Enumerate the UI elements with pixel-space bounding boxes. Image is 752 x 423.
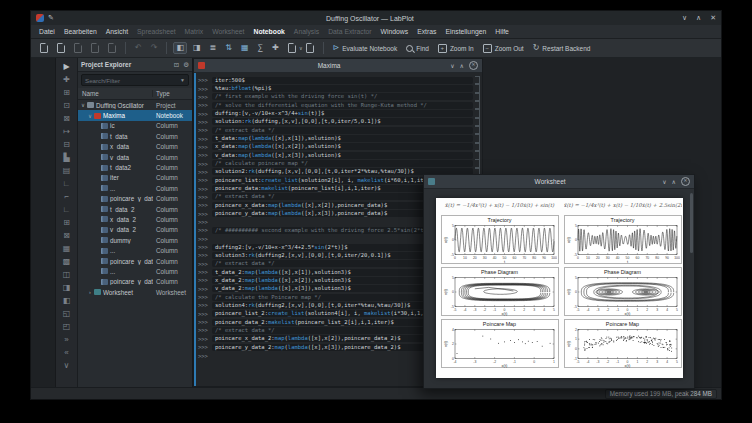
new-project-button[interactable] [37, 41, 51, 55]
tree-item--[interactable]: ...Column [78, 245, 192, 255]
cell-code[interactable]: %tau:bfloat(%pi)$ [212, 85, 473, 92]
notebook-document-dropdown[interactable]: ∨ [285, 41, 317, 55]
insert-text-entry-button[interactable]: ≣ [207, 42, 220, 54]
expander-icon[interactable]: ∨ [80, 102, 86, 108]
add-plot-icon[interactable]: ▙ [59, 151, 74, 163]
axis-bottom-left-icon[interactable]: ∟ [59, 177, 74, 189]
expander-icon[interactable]: ∨ [87, 113, 93, 119]
notebook-cell[interactable]: >>>/* solve the differential equation wi… [198, 101, 480, 109]
add-four-axes-icon[interactable]: ⊞ [59, 216, 74, 228]
toggle-properties-explorer-button[interactable]: ◨ [190, 42, 204, 54]
worksheet-minimize-button[interactable]: ∨ [662, 178, 666, 185]
notebook-cell[interactable]: >>>%tau:bfloat(%pi)$ [198, 84, 480, 92]
subwindow-maximize-button[interactable]: ∧ [460, 62, 464, 69]
maxima-window-titlebar[interactable]: Maxima ∨ ∧ ✕ [194, 59, 482, 73]
tree-item-poincare-y-data2[interactable]: poincare_y_data2Column [78, 194, 192, 204]
cell-code[interactable]: /* solve the differential equation with … [212, 102, 473, 109]
search-filter-input[interactable]: Search/Filter ▼ [81, 74, 189, 86]
menu-notebook[interactable]: Notebook [250, 27, 289, 36]
notebook-cell[interactable]: >>>v_data:map(lambda([x],x[3]),solution)… [198, 151, 480, 159]
add-dense-grid-icon[interactable]: ▩ [59, 255, 74, 267]
menu-bearbeiten[interactable]: Bearbeiten [60, 27, 101, 36]
worksheet-close-button[interactable]: ✕ [681, 177, 690, 186]
pointer-tool-icon[interactable]: ▶ [59, 60, 74, 72]
cell-code[interactable]: solution:rk(duffing,[x,v],[0,0],[t,0,ite… [212, 118, 473, 125]
zoom-y-select-tool-icon[interactable]: ⊠ [59, 112, 74, 124]
tree-item-dummy[interactable]: dummyColumn [78, 235, 192, 245]
notebook-cell[interactable]: >>>x_data:map(lambda([x],x[2]),solution)… [198, 143, 480, 151]
insert-latex-entry-button[interactable]: ∑ [255, 42, 267, 54]
cell-code[interactable]: /* calculate poincare map */ [212, 160, 473, 167]
zoom-in-button[interactable]: +Zoom In [435, 42, 477, 55]
project-explorer-header[interactable]: Project Explorer ⊡⚙ [78, 58, 192, 72]
menu-hilfe[interactable]: Hilfe [491, 27, 513, 36]
add-box-plot-icon[interactable]: ⊠ [59, 229, 74, 241]
evaluate-notebook-button[interactable]: ⊳Evaluate Notebook [330, 42, 401, 54]
select-region-tool-icon[interactable]: ⊟ [59, 138, 74, 150]
zoom-x-select-tool-icon[interactable]: ⊡ [59, 99, 74, 111]
tree-item-t-data2[interactable]: t_data2Column [78, 162, 192, 172]
menu-extras[interactable]: Extras [413, 27, 440, 36]
layout-left-icon[interactable]: ◧ [59, 294, 74, 306]
menu-windows[interactable]: Windows [377, 27, 413, 36]
insert-command-entry-button[interactable]: ⇅ [222, 42, 235, 54]
collapse-icon[interactable]: ∨ [59, 359, 74, 371]
tree-item-t-data-2[interactable]: t_data_2Column [78, 204, 192, 214]
navigate-tool-icon[interactable]: ✚ [59, 73, 74, 85]
axis-all-icon[interactable]: ∟ [59, 203, 74, 215]
menu-einstellungen[interactable]: Einstellungen [441, 27, 490, 36]
close-button[interactable]: ✕ [710, 14, 716, 22]
cell-code[interactable]: iter:500$ [212, 77, 473, 84]
float-panel-icon[interactable]: ⊡ [174, 61, 179, 68]
cell-code[interactable]: /* extract data */ [212, 127, 473, 134]
tree-item-maxima[interactable]: ∨MaximaNotebook [78, 110, 192, 120]
notebook-cell[interactable]: >>>/* calculate poincare map */ [198, 159, 480, 167]
insert-image-entry-button[interactable]: ✚ [269, 42, 282, 54]
subwindow-minimize-button[interactable]: ∨ [450, 62, 454, 69]
insert-markdown-entry-button[interactable]: ▦ [238, 42, 252, 54]
tree-item-v-data-2[interactable]: v_data_2Column [78, 225, 192, 235]
tree-item--[interactable]: ...Column [78, 266, 192, 276]
zoom-out-button[interactable]: −Zoom Out [480, 42, 527, 55]
tree-item-iter[interactable]: iterColumn [78, 173, 192, 183]
notebook-cell[interactable]: >>>t_data:map(lambda([x],x[1]),solution)… [198, 134, 480, 142]
minimize-button[interactable]: ∨ [682, 14, 687, 22]
split-horizontal-icon[interactable]: ◨ [59, 281, 74, 293]
panel-settings-icon[interactable]: ⚙ [183, 61, 189, 68]
notebook-cell[interactable]: >>>/* first example with the driving for… [198, 93, 480, 101]
column-header-type[interactable]: Type [153, 90, 192, 97]
split-vertical-icon[interactable]: ◫ [59, 268, 74, 280]
find-button[interactable]: Find [403, 43, 432, 54]
toggle-project-explorer-button[interactable]: ◧ [173, 42, 187, 54]
shift-view-tool-icon[interactable]: ↦ [59, 125, 74, 137]
tree-item-ic[interactable]: icColumn [78, 121, 192, 131]
maximize-button[interactable]: ∧ [696, 14, 701, 22]
cell-code[interactable]: duffing:[v,-v/10+x-x^3/4+sin(t)]$ [212, 110, 473, 117]
notebook-cell[interactable]: >>>/* extract data */ [198, 126, 480, 134]
cell-code[interactable]: t_data:map(lambda([x],x[1]),solution)$ [212, 135, 473, 142]
menu-datei[interactable]: Datei [35, 27, 59, 36]
restart-backend-button[interactable]: ↻Restart Backend [530, 42, 594, 54]
expander-icon[interactable]: › [87, 289, 93, 295]
tree-item-x-data-2[interactable]: x_data_2Column [78, 214, 192, 224]
tree-item--[interactable]: ...Column [78, 183, 192, 193]
tree-item-v-data[interactable]: v_dataColumn [78, 152, 192, 162]
back-icon[interactable]: « [59, 346, 74, 358]
worksheet-scrollbar[interactable] [690, 193, 693, 253]
worksheet-maximize-button[interactable]: ∧ [672, 178, 676, 185]
notebook-cell[interactable]: >>>duffing:[v,-v/10+x-x^3/4+sin(t)]$ [198, 109, 480, 117]
tree-item-duffing-oscillator[interactable]: ∨Duffing OscillatorProject [78, 100, 192, 110]
open-project-button[interactable] [54, 41, 68, 55]
tree-item-t-data[interactable]: t_dataColumn [78, 131, 192, 141]
tree-item-poincare-y-data-2[interactable]: poincare_y_data_2Column [78, 277, 192, 287]
tree-item-x-data[interactable]: x_dataColumn [78, 142, 192, 152]
axis-top-left-icon[interactable]: ⌐ [59, 190, 74, 202]
zoom-select-tool-icon[interactable]: ⊞ [59, 86, 74, 98]
add-grid-icon[interactable]: ▦ [59, 242, 74, 254]
window-titlebar[interactable]: ✎ Duffing Oscillator — LabPlot ∨ ∧ ✕ [31, 11, 721, 25]
column-header-name[interactable]: Name [78, 90, 153, 97]
subwindow-close-button[interactable]: ✕ [469, 61, 478, 70]
menu-ansicht[interactable]: Ansicht [102, 27, 132, 36]
layout-corner2-icon[interactable]: ◰ [59, 320, 74, 332]
forward-icon[interactable]: » [59, 333, 74, 345]
